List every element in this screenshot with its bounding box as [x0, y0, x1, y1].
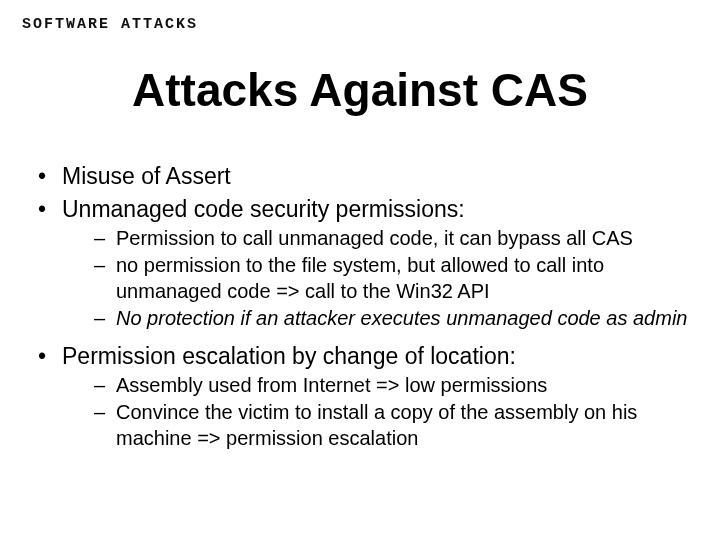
- sub-bullet-text: Assembly used from Internet => low permi…: [116, 374, 547, 396]
- sub-bullet-text: No protection if an attacker executes un…: [116, 307, 687, 329]
- list-item: Convince the victim to install a copy of…: [94, 400, 688, 451]
- sub-list: Permission to call unmanaged code, it ca…: [62, 226, 688, 332]
- list-item: Unmanaged code security permissions: Per…: [32, 195, 688, 332]
- bullet-text: Misuse of Assert: [62, 163, 231, 189]
- header-label: Software Attacks: [22, 16, 198, 33]
- slide: Software Attacks Attacks Against CAS Mis…: [0, 0, 720, 540]
- slide-title: Attacks Against CAS: [0, 66, 720, 114]
- bullet-text: Permission escalation by change of locat…: [62, 343, 516, 369]
- sub-bullet-text: no permission to the file system, but al…: [116, 254, 604, 302]
- sub-list: Assembly used from Internet => low permi…: [62, 373, 688, 452]
- list-item: no permission to the file system, but al…: [94, 253, 688, 304]
- list-item: Assembly used from Internet => low permi…: [94, 373, 688, 399]
- list-item: No protection if an attacker executes un…: [94, 306, 688, 332]
- bullet-list: Misuse of Assert Unmanaged code security…: [32, 162, 688, 451]
- list-item: Permission to call unmanaged code, it ca…: [94, 226, 688, 252]
- slide-body: Misuse of Assert Unmanaged code security…: [32, 162, 688, 461]
- list-item: Permission escalation by change of locat…: [32, 342, 688, 452]
- sub-bullet-text: Convince the victim to install a copy of…: [116, 401, 637, 449]
- bullet-text: Unmanaged code security permissions:: [62, 196, 465, 222]
- sub-bullet-text: Permission to call unmanaged code, it ca…: [116, 227, 633, 249]
- list-item: Misuse of Assert: [32, 162, 688, 191]
